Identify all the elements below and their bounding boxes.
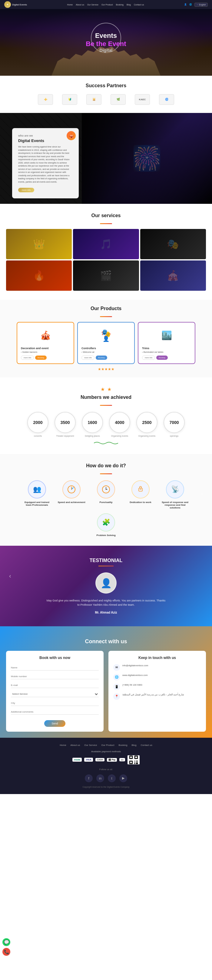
form-comments-field: [11, 708, 99, 715]
svg-rect-13: [136, 761, 138, 762]
testimonial-title: TESTIMONIAL: [6, 558, 206, 563]
services-section: Our services 👑 🎵 🎭 🔥 🎬 🎪: [0, 204, 212, 300]
product-book-3[interactable]: Booking: [156, 356, 168, 360]
hero-line3: Digital: [86, 48, 126, 53]
contact-phone: 📱 (+966) 56 130 9363: [113, 684, 201, 690]
number-val-3: 1600: [88, 420, 97, 425]
footer-about[interactable]: About us: [70, 744, 80, 746]
nav-home[interactable]: Home: [67, 4, 73, 6]
more-info-button[interactable]: more info: [18, 188, 34, 192]
social-linkedin[interactable]: in: [96, 774, 104, 782]
products-stars: ★★★★★: [6, 367, 206, 371]
number-label-6: openings: [164, 435, 185, 437]
product-book-2[interactable]: Booking: [96, 356, 107, 360]
footer-product[interactable]: Our Product: [101, 744, 114, 746]
nav-product[interactable]: Our Product: [102, 4, 113, 6]
comments-input[interactable]: [11, 709, 99, 715]
footer-payment: Available payment methods mada VISA CASH…: [6, 750, 206, 764]
how-label-3: Punctuality: [91, 501, 121, 504]
nav-service[interactable]: Our Service: [87, 4, 99, 6]
how-icon-1: 👥: [28, 480, 46, 498]
number-5: 2500 Organizing events: [136, 412, 158, 437]
submit-button[interactable]: Send: [44, 720, 65, 727]
footer-service[interactable]: Our Service: [84, 744, 97, 746]
product-icon-1: 🎪: [21, 326, 70, 344]
social-youtube[interactable]: ▶: [120, 774, 127, 782]
social-twitter[interactable]: t: [108, 774, 116, 782]
nav-blog[interactable]: Blog: [127, 4, 131, 6]
product-view-1[interactable]: more info: [21, 356, 34, 360]
svg-rect-12: [134, 761, 135, 762]
who-title: Digital Events: [18, 138, 73, 143]
partner-3: 🕌: [85, 93, 103, 105]
keep-title: Keep in touch with us: [113, 655, 201, 660]
footer-social: f in t ▶: [6, 774, 206, 782]
how-underline: [100, 473, 112, 474]
name-input[interactable]: [11, 665, 99, 670]
payment-title: Available payment methods: [6, 750, 206, 753]
payment-visa: VISA: [84, 758, 93, 762]
dedication-icon: [136, 485, 145, 494]
product-features-1: Golden banners: [21, 351, 70, 353]
svg-rect-9: [135, 757, 137, 758]
mobile-input[interactable]: [11, 674, 99, 679]
numbers-title: Numbers we achieved: [6, 395, 206, 400]
email-input[interactable]: [11, 682, 99, 688]
svg-rect-3: [139, 488, 142, 491]
number-val-6: 7000: [169, 420, 179, 425]
nav-about[interactable]: About us: [76, 4, 84, 6]
nav-booking[interactable]: Booking: [116, 4, 124, 6]
products-underline: [100, 316, 112, 317]
product-icon-2: 🎭 👤: [81, 326, 131, 344]
email-icon: ✉: [113, 664, 120, 671]
numbers-underline: [100, 405, 112, 406]
footer-booking[interactable]: Booking: [119, 744, 128, 746]
social-facebook[interactable]: f: [85, 774, 92, 782]
contact-email: ✉ info@digitaleventsco.com: [113, 664, 201, 671]
product-view-2[interactable]: more info: [81, 356, 94, 360]
logo[interactable]: ✦ Digital Events: [4, 1, 27, 8]
numbers-section: ★ ★ Numbers we achieved 2000 concerts 35…: [0, 377, 212, 454]
lang-button[interactable]: → English: [194, 3, 208, 7]
numbers-grid: 2000 concerts 3500 Theater equipment 160…: [6, 412, 206, 437]
form-name-field: [11, 664, 99, 670]
testimonial-next[interactable]: ›: [201, 490, 203, 497]
city-input[interactable]: [11, 700, 99, 706]
products-grid: 🎪 Decoration and event Golden banners mo…: [6, 322, 206, 364]
product-features-2: Welcome air: [81, 351, 131, 353]
product-book-1[interactable]: Booking: [35, 356, 47, 360]
partner-6: 🌀: [158, 93, 176, 105]
svg-rect-15: [136, 762, 138, 764]
footer-contact[interactable]: Contact us: [140, 744, 152, 746]
service-select[interactable]: Select Service: [11, 691, 99, 697]
testimonial-avatar: 👤: [96, 573, 116, 593]
form-email-field: [11, 682, 99, 688]
how-icon-5: 📡: [166, 480, 184, 498]
number-circle-3: 1600: [82, 412, 103, 433]
how-label-4: Dedication to work: [125, 501, 156, 504]
how-item-2: Speed and achievement: [56, 480, 87, 509]
logo-icon: ✦: [4, 1, 11, 8]
product-view-3[interactable]: more info: [142, 356, 155, 360]
number-circle-1: 2000: [27, 412, 48, 433]
contact-website: 🌐 www.digitaleventsco.com: [113, 674, 201, 681]
brand-icon: 🎪: [67, 131, 76, 140]
logo-text: Digital Events: [12, 3, 27, 6]
form-service-field: Select Service: [11, 690, 99, 697]
connect-grid: Book with us now Select Service: [6, 651, 206, 732]
footer-blog[interactable]: Blog: [131, 744, 136, 746]
footer-home[interactable]: Home: [60, 744, 66, 746]
testimonial-prev[interactable]: ‹: [9, 573, 11, 579]
nav-contact[interactable]: Contact us: [134, 4, 144, 6]
star-deco-left: ★: [100, 387, 105, 392]
how-item-4: Dedication to work: [125, 480, 156, 509]
contact-phone-text: (+966) 56 130 9363: [122, 684, 142, 687]
service-image-2: 🎵: [73, 229, 139, 259]
how-label-6: Problem Solving: [91, 534, 121, 537]
payment-apple-pay: ⬛ Pay: [107, 758, 117, 762]
product-card-3: 🏙️ Trims Illuminated car tables more inf…: [138, 322, 195, 364]
how-item-3: Punctuality: [91, 480, 121, 509]
product-icon-3: 🏙️: [142, 326, 191, 344]
globe-icon: 🌐: [189, 3, 192, 6]
payment-cash: CASH: [96, 758, 105, 761]
